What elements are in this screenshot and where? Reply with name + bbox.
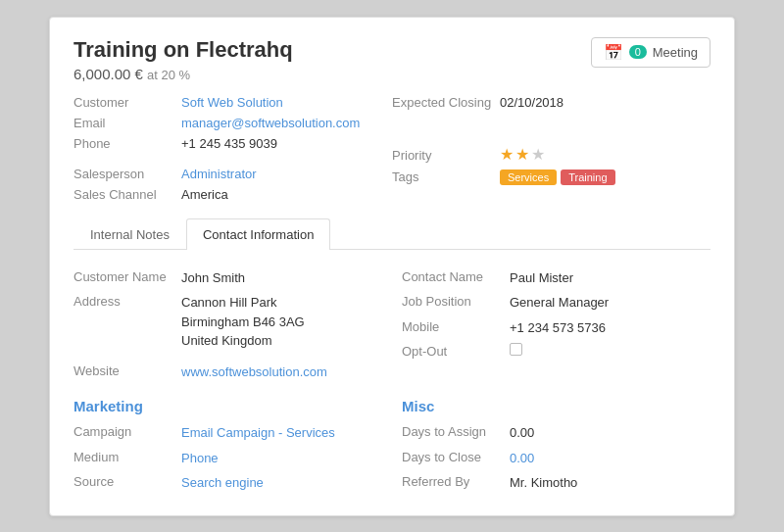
bottom-section: Marketing Campaign Email Campaign - Serv… bbox=[74, 384, 710, 496]
field-email: Email manager@softwebsolution.com bbox=[74, 113, 392, 133]
value-salesperson[interactable]: Administrator bbox=[181, 167, 257, 181]
card-subtitle: 6,000.00 € at 20 % bbox=[74, 66, 293, 82]
tab-contact-information[interactable]: Contact Information bbox=[186, 218, 330, 250]
field-opt-out: Opt-Out bbox=[402, 340, 710, 362]
label-salesperson: Salesperson bbox=[74, 167, 181, 181]
tabs-bar: Internal Notes Contact Information bbox=[74, 218, 710, 250]
contact-section: Customer Name John Smith Address Cannon … bbox=[74, 266, 710, 385]
label-referred-by: Referred By bbox=[402, 473, 510, 489]
value-phone: +1 245 435 9039 bbox=[181, 136, 277, 151]
priority-stars[interactable]: ★ ★ ★ bbox=[500, 145, 545, 164]
field-referred-by: Referred By Mr. Kimotho bbox=[402, 470, 710, 496]
field-salesperson: Salesperson Administrator bbox=[74, 164, 392, 184]
card-title: Training on Flectrahq bbox=[74, 37, 293, 63]
calendar-icon: 📅 bbox=[604, 43, 623, 62]
amount: 6,000.00 € bbox=[74, 66, 143, 82]
meeting-button[interactable]: 📅 0 Meeting bbox=[591, 37, 710, 68]
label-customer: Customer bbox=[74, 95, 181, 110]
value-source[interactable]: Search engine bbox=[181, 473, 264, 493]
field-tags: Tags Services Training bbox=[392, 167, 710, 188]
star-3[interactable]: ★ bbox=[531, 145, 545, 164]
label-email: Email bbox=[74, 116, 181, 130]
value-mobile: +1 234 573 5736 bbox=[510, 318, 606, 338]
value-expected-closing: 02/10/2018 bbox=[500, 95, 564, 110]
value-customer-name: John Smith bbox=[181, 268, 245, 288]
value-customer[interactable]: Soft Web Solution bbox=[181, 95, 283, 110]
value-job-position: General Manager bbox=[510, 293, 609, 313]
misc-col: Misc Days to Assign 0.00 Days to Close 0… bbox=[402, 384, 710, 496]
value-medium[interactable]: Phone bbox=[181, 449, 219, 468]
label-sales-channel: Sales Channel bbox=[74, 187, 181, 202]
field-priority: Priority ★ ★ ★ bbox=[392, 142, 710, 167]
label-campaign: Campaign bbox=[74, 423, 181, 439]
field-contact-name: Contact Name Paul Mister bbox=[402, 266, 710, 291]
label-days-to-assign: Days to Assign bbox=[402, 423, 510, 439]
label-website: Website bbox=[74, 363, 181, 378]
tag-services[interactable]: Services bbox=[500, 169, 557, 185]
marketing-title: Marketing bbox=[74, 398, 382, 414]
value-referred-by: Mr. Kimotho bbox=[510, 473, 577, 493]
star-1[interactable]: ★ bbox=[500, 145, 514, 164]
field-customer-name: Customer Name John Smith bbox=[74, 266, 382, 291]
label-address: Address bbox=[74, 293, 181, 309]
field-website: Website www.softwebsolution.com bbox=[74, 360, 382, 385]
fields-left-col: Customer Soft Web Solution Email manager… bbox=[74, 92, 392, 205]
meeting-label: Meeting bbox=[653, 45, 698, 60]
field-medium: Medium Phone bbox=[74, 446, 382, 471]
value-contact-name: Paul Mister bbox=[510, 268, 573, 288]
value-address: Cannon Hill ParkBirmingham B46 3AGUnited… bbox=[181, 293, 305, 351]
field-customer: Customer Soft Web Solution bbox=[74, 92, 392, 113]
value-email[interactable]: manager@softwebsolution.com bbox=[181, 116, 360, 130]
label-mobile: Mobile bbox=[402, 318, 510, 334]
label-job-position: Job Position bbox=[402, 293, 510, 309]
meeting-badge: 0 bbox=[629, 45, 647, 59]
label-medium: Medium bbox=[74, 449, 181, 464]
contact-right-col: Contact Name Paul Mister Job Position Ge… bbox=[402, 266, 710, 385]
top-fields: Customer Soft Web Solution Email manager… bbox=[74, 92, 710, 205]
label-tags: Tags bbox=[392, 169, 500, 184]
main-card: Training on Flectrahq 6,000.00 € at 20 %… bbox=[49, 17, 735, 516]
field-address: Address Cannon Hill ParkBirmingham B46 3… bbox=[74, 290, 382, 354]
field-days-to-close: Days to Close 0.00 bbox=[402, 446, 710, 471]
field-mobile: Mobile +1 234 573 5736 bbox=[402, 315, 710, 341]
field-job-position: Job Position General Manager bbox=[402, 290, 710, 315]
title-block: Training on Flectrahq 6,000.00 € at 20 % bbox=[74, 37, 293, 82]
tags-container: Services Training bbox=[500, 169, 615, 185]
label-opt-out: Opt-Out bbox=[402, 343, 510, 359]
label-expected-closing: Expected Closing bbox=[392, 95, 500, 110]
value-sales-channel: America bbox=[181, 187, 228, 202]
label-contact-name: Contact Name bbox=[402, 268, 510, 284]
field-source: Source Search engine bbox=[74, 470, 382, 496]
tag-training[interactable]: Training bbox=[561, 169, 614, 185]
contact-left-col: Customer Name John Smith Address Cannon … bbox=[74, 266, 382, 385]
star-2[interactable]: ★ bbox=[515, 145, 529, 164]
field-expected-closing: Expected Closing 02/10/2018 bbox=[392, 92, 710, 113]
label-phone: Phone bbox=[74, 136, 181, 151]
field-days-to-assign: Days to Assign 0.00 bbox=[402, 420, 710, 446]
label-days-to-close: Days to Close bbox=[402, 449, 510, 464]
value-days-to-close[interactable]: 0.00 bbox=[510, 449, 534, 468]
field-campaign: Campaign Email Campaign - Services bbox=[74, 420, 382, 446]
label-priority: Priority bbox=[392, 148, 500, 163]
value-days-to-assign: 0.00 bbox=[510, 423, 534, 443]
fields-right-col: Expected Closing 02/10/2018 Priority ★ ★… bbox=[392, 92, 710, 205]
value-campaign[interactable]: Email Campaign - Services bbox=[181, 423, 335, 443]
tab-internal-notes[interactable]: Internal Notes bbox=[74, 218, 186, 250]
marketing-col: Marketing Campaign Email Campaign - Serv… bbox=[74, 384, 382, 496]
opt-out-checkbox[interactable] bbox=[510, 343, 522, 356]
at-percent: at 20 % bbox=[147, 68, 190, 82]
card-header: Training on Flectrahq 6,000.00 € at 20 %… bbox=[74, 37, 710, 82]
field-phone: Phone +1 245 435 9039 bbox=[74, 133, 392, 154]
field-sales-channel: Sales Channel America bbox=[74, 184, 392, 205]
label-source: Source bbox=[74, 473, 181, 489]
value-website[interactable]: www.softwebsolution.com bbox=[181, 363, 327, 382]
misc-title: Misc bbox=[402, 398, 710, 414]
label-customer-name: Customer Name bbox=[74, 268, 181, 284]
